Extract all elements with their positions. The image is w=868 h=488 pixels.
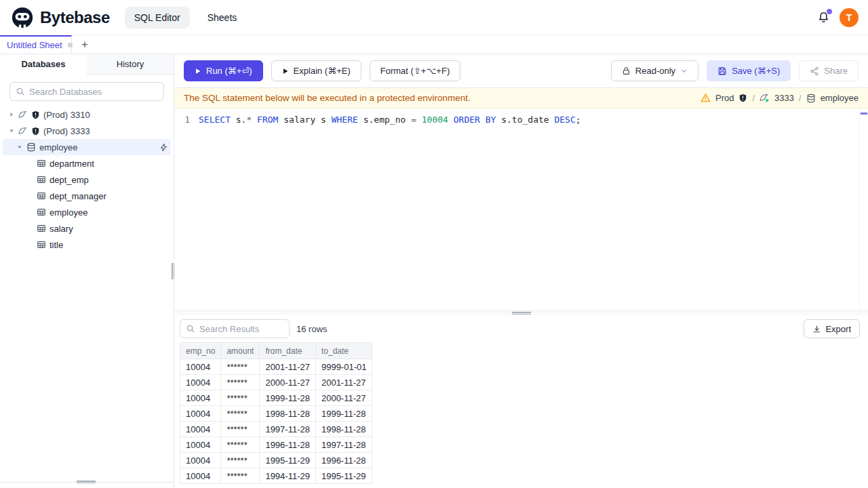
table-cell: ****** [221, 406, 260, 422]
results-table: emp_noamountfrom_dateto_date 10004******… [180, 342, 372, 484]
nav-sql-editor[interactable]: SQL Editor [125, 7, 190, 28]
top-header: Bytebase SQL Editor Sheets T [0, 0, 868, 35]
table-row: 10004******1996-11-281997-11-28 [180, 437, 372, 453]
results-grid: emp_noamountfrom_dateto_date 10004******… [180, 342, 868, 484]
table-cell: 10004 [180, 453, 221, 468]
tree-label: (Prod) 3333 [43, 126, 90, 136]
table-row: 10004******1998-11-281999-11-28 [180, 406, 372, 422]
tree-table-dept_emp[interactable]: dept_emp [0, 171, 174, 188]
tree-table-dept_manager[interactable]: dept_manager [0, 188, 174, 204]
tree-table-department[interactable]: department [0, 155, 174, 171]
column-header-emp_no: emp_no [180, 343, 221, 359]
table-cell: 10004 [180, 422, 221, 437]
tree-table-salary[interactable]: salary [0, 220, 174, 237]
chevron-down-icon [680, 67, 688, 75]
results-search[interactable] [180, 319, 290, 338]
mysql-instance-icon [18, 126, 28, 136]
database-search-input[interactable] [29, 87, 158, 97]
table-icon [37, 224, 46, 233]
table-cell: 1996-11-28 [260, 437, 316, 453]
tree-label: employee [50, 207, 87, 218]
add-sheet-button[interactable]: + [75, 35, 94, 54]
table-cell: 2001-11-27 [315, 375, 372, 390]
table-cell: 1998-11-28 [315, 422, 372, 437]
database-icon [806, 94, 816, 103]
column-header-to_date: to_date [315, 343, 372, 359]
shield-icon [31, 127, 40, 136]
explain-button[interactable]: Explain (⌘+E) [271, 60, 361, 81]
instance-label[interactable]: 3333 [774, 93, 794, 103]
table-cell: 9999-01-01 [315, 359, 372, 375]
results-search-input[interactable] [199, 324, 283, 334]
column-header-from_date: from_date [260, 343, 316, 359]
sql-token [416, 115, 422, 125]
table-row: 10004******1994-11-291995-11-29 [180, 468, 372, 484]
table-row: 10004******1997-11-281998-11-28 [180, 422, 372, 437]
overview-ruler-mark [861, 113, 867, 115]
tab-untitled-sheet[interactable]: Untitled Sheet [0, 35, 72, 54]
tree-table-employee[interactable]: employee [0, 204, 174, 220]
tab-history[interactable]: History [87, 54, 174, 75]
tree-database-employee[interactable]: employee [3, 139, 171, 155]
table-icon [37, 207, 46, 217]
run-button[interactable]: Run (⌘+⏎) [184, 60, 263, 81]
brand[interactable]: Bytebase [0, 6, 110, 29]
lock-icon [622, 66, 631, 75]
table-icon [37, 175, 46, 184]
table-icon [37, 191, 46, 201]
table-cell: ****** [221, 453, 260, 468]
sql-editor[interactable]: 1 SELECT s.* FROM salary s WHERE s.emp_n… [174, 108, 868, 310]
results-panel: 16 rows Export emp_noamountfrom_dateto_d… [174, 315, 868, 488]
table-cell: 2000-11-27 [315, 390, 372, 406]
editor-scrollbar-gutter [859, 108, 860, 310]
results-resize-divider[interactable] [174, 310, 868, 315]
table-cell: 1999-11-28 [315, 406, 372, 422]
save-icon [717, 66, 727, 76]
tree-label: department [50, 159, 94, 169]
tree-instance--prod-3333[interactable]: (Prod) 3333 [0, 123, 174, 139]
sidebar-bottom-resize-handle[interactable] [0, 482, 174, 483]
caret-right-icon [8, 111, 15, 118]
table-icon [37, 159, 46, 168]
table-cell: 2000-11-27 [260, 375, 316, 390]
caret-down-icon [16, 144, 23, 150]
mysql-instance-icon [760, 93, 770, 103]
table-row: 10004******1999-11-282000-11-27 [180, 390, 372, 406]
results-toolbar: 16 rows Export [174, 315, 868, 342]
share-button[interactable]: Share [799, 60, 859, 81]
tab-databases[interactable]: Databases [0, 54, 87, 75]
banner-message: The SQL statement below will be executed… [184, 93, 471, 103]
export-button[interactable]: Export [804, 319, 860, 338]
format-button[interactable]: Format (⇧+⌥+F) [370, 60, 460, 81]
sql-token: FROM [257, 115, 278, 125]
connection-breadcrumb: Prod / 3333 / employee [701, 93, 859, 103]
save-button[interactable]: Save (⌘+S) [707, 60, 791, 81]
play-icon [282, 68, 289, 75]
explain-label: Explain (⌘+E) [294, 66, 351, 76]
table-row: 10004******2000-11-272001-11-27 [180, 375, 372, 390]
sheet-tab-label: Untitled Sheet [7, 40, 62, 50]
database-label[interactable]: employee [821, 93, 859, 103]
play-icon [195, 68, 201, 75]
user-avatar[interactable]: T [840, 8, 859, 27]
sql-token: ORDER BY [454, 115, 496, 125]
notifications-bell-icon[interactable] [817, 11, 830, 24]
tree-instance--prod-3310[interactable]: (Prod) 3310 [0, 106, 174, 123]
column-header-amount: amount [221, 343, 260, 359]
notification-dot [827, 9, 832, 14]
nav-sheets[interactable]: Sheets [198, 7, 247, 28]
readonly-label: Read-only [635, 66, 675, 76]
database-search[interactable] [9, 82, 164, 101]
sql-token: 10004 [422, 115, 448, 125]
caret-down-icon [8, 127, 15, 134]
editor-toolbar: Run (⌘+⏎) Explain (⌘+E) Format (⇧+⌥+F) R… [174, 54, 868, 88]
tree-label: title [50, 240, 63, 250]
breadcrumb-separator: / [799, 93, 802, 103]
quick-query-bolt-icon[interactable] [159, 143, 168, 152]
readonly-mode-dropdown[interactable]: Read-only [611, 60, 698, 81]
sql-token: s. [231, 115, 246, 125]
sql-token: SELECT [199, 115, 231, 125]
table-cell: 1995-11-29 [260, 453, 316, 468]
sql-token: s.to_date [496, 115, 554, 125]
tree-table-title[interactable]: title [0, 237, 174, 253]
